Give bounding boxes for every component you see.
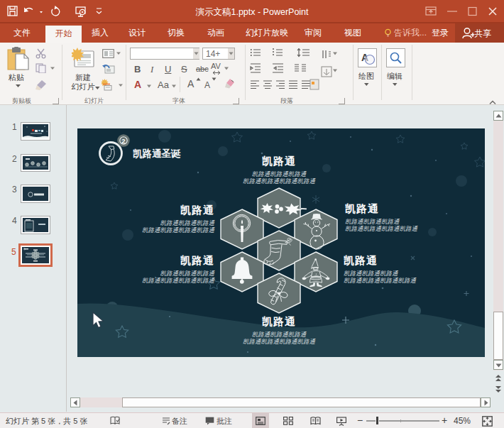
svg-text:凯路通: 凯路通	[262, 155, 296, 167]
svg-text:凯路通凯路通凯路通: 凯路通凯路通凯路通	[344, 270, 398, 277]
svg-text:凯路通: 凯路通	[345, 202, 379, 214]
svg-text:凯路通凯路通凯路通: 凯路通凯路通凯路通	[345, 218, 400, 225]
svg-text:2: 2	[121, 137, 125, 145]
svg-text:凯路通凯路通凯路通: 凯路通凯路通凯路通	[252, 331, 307, 338]
svg-text:凯路通凯路通凯路通凯路通: 凯路通凯路通凯路通凯路通	[142, 277, 215, 284]
svg-text:凯路通凯路通凯路通: 凯路通凯路通凯路通	[160, 270, 215, 277]
svg-text:凯路通: 凯路通	[344, 254, 378, 266]
svg-text:凯路通凯路通凯路通: 凯路通凯路通凯路通	[160, 219, 215, 226]
svg-text:凯路通: 凯路通	[180, 254, 214, 266]
svg-text:凯路通: 凯路通	[262, 315, 296, 327]
svg-text:凯路通凯路通凯路通凯路通: 凯路通凯路通凯路通凯路通	[142, 226, 215, 234]
svg-text:凯路通圣诞: 凯路通圣诞	[133, 148, 181, 159]
svg-text:凯路通: 凯路通	[180, 204, 214, 216]
svg-text:凯路通凯路通凯路通凯路通: 凯路通凯路通凯路通凯路通	[344, 277, 417, 284]
svg-text:凯路通凯路通凯路通凯路通: 凯路通凯路通凯路通凯路通	[243, 177, 316, 185]
svg-text:凯路通凯路通凯路通凯路通: 凯路通凯路通凯路通凯路通	[243, 338, 316, 345]
svg-text:凯路通凯路通凯路通凯路通: 凯路通凯路通凯路通凯路通	[345, 225, 418, 232]
svg-text:凯路通凯路通凯路通: 凯路通凯路通凯路通	[252, 170, 307, 177]
